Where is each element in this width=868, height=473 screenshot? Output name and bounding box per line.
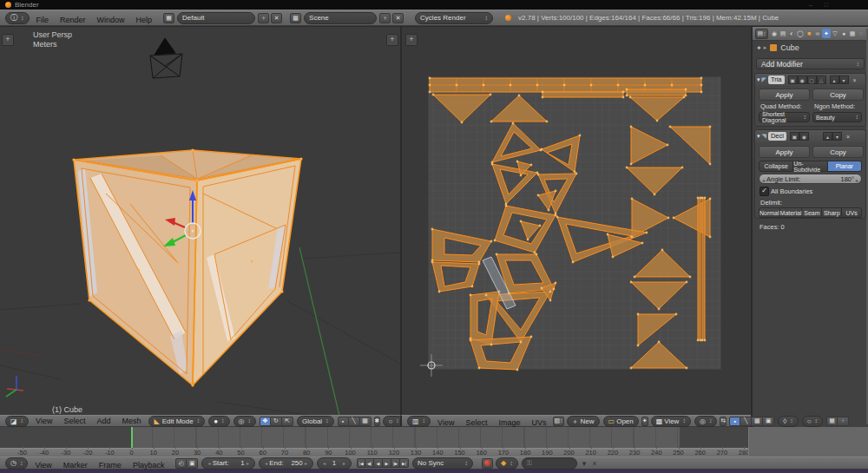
uv-vertex-select-icon[interactable]: ▪	[729, 417, 740, 426]
expand-icon[interactable]: ▾	[757, 133, 760, 140]
current-frame-marker[interactable]	[131, 427, 133, 448]
scene-browse-icon[interactable]: ▩	[290, 13, 301, 23]
add-modifier-dropdown[interactable]: Add Modifier↕	[756, 58, 865, 69]
menu-image[interactable]: Image	[498, 418, 520, 427]
end-frame-field[interactable]: ◂ End:250 ▸	[259, 457, 313, 470]
delete-modifier-icon[interactable]: ×	[846, 134, 850, 140]
editor-type-timeline-button[interactable]: ◷↕	[5, 457, 28, 470]
edit-mode-visibility-icon[interactable]: ▢	[807, 76, 817, 84]
menu-add[interactable]: Add	[96, 417, 110, 425]
quad-method-select[interactable]: Shortest Diagonal↕	[759, 112, 810, 122]
cage-icon[interactable]: △	[817, 76, 826, 84]
menu-render[interactable]: Render	[60, 16, 86, 24]
uv-proportional-select[interactable]: ○↕	[802, 416, 823, 427]
current-frame-field[interactable]: ◂1▸	[317, 457, 352, 470]
object-data-tab-icon[interactable]: ▽	[831, 29, 839, 38]
menu-marker[interactable]: Marker	[63, 461, 88, 470]
copy-button[interactable]: Copy	[812, 146, 864, 158]
move-modifier-up-button[interactable]: ▴	[823, 132, 832, 141]
segment-button-sharp[interactable]: Sharp	[822, 207, 842, 218]
uv-sticky-select[interactable]: ◊↕	[778, 416, 798, 427]
use-preview-range-icon[interactable]: ◴	[175, 458, 187, 469]
start-frame-field[interactable]: ◂ Start:1 ▸	[201, 457, 255, 470]
new-image-button[interactable]: ＋New	[567, 416, 600, 427]
menu-select[interactable]: Select	[63, 417, 85, 425]
scene-field[interactable]: Scene	[304, 12, 377, 24]
vertex-select-mode-icon[interactable]: ▪	[338, 417, 349, 426]
transform-orientation-select[interactable]: Global↕	[297, 416, 334, 427]
uv-face-select-icon[interactable]: ▩	[752, 417, 763, 426]
uv-sync-selection-icon[interactable]: ⇆	[720, 417, 727, 426]
timeline-canvas[interactable]: -50-40-30-20-100102030405060708090100110…	[0, 427, 748, 457]
menu-view[interactable]: View	[35, 461, 51, 470]
prev-keyframe-button[interactable]: ◀|	[365, 458, 374, 468]
modifiers-tab-icon[interactable]: ✦	[822, 29, 831, 38]
uv-toolshelf-expand-icon[interactable]: +	[405, 34, 418, 46]
properties-shelf-expand-icon[interactable]: +	[386, 34, 398, 46]
modifier-name-field[interactable]: Tria	[768, 76, 785, 84]
texture-tab-icon[interactable]: ▦	[848, 29, 857, 38]
viewport-visibility-icon[interactable]: ◉	[798, 76, 807, 84]
copy-button[interactable]: Copy	[812, 89, 864, 101]
face-select-mode-icon[interactable]: ▩	[360, 417, 372, 426]
move-modifier-up-button[interactable]: ▴	[830, 76, 839, 84]
screen-layout-field[interactable]: Default	[177, 12, 255, 24]
render-layers-tab-icon[interactable]: ▤	[779, 29, 787, 38]
ngon-method-select[interactable]: Beauty↕	[812, 112, 862, 122]
segment-button-collapse[interactable]: Collapse	[759, 161, 793, 172]
menu-frame[interactable]: Frame	[99, 461, 122, 470]
uv-edge-select-icon[interactable]: ╲	[740, 417, 752, 426]
editor-type-info-button[interactable]: ⓘ↕	[5, 12, 30, 24]
decimate-header[interactable]: ▾ ◥ Deci ▣ ◉ ▴ ▾ ×	[755, 130, 865, 142]
viewport-shading-select[interactable]: ●↕	[208, 416, 229, 427]
object-tab-icon[interactable]: ■	[805, 29, 813, 38]
image-browse-icon[interactable]: ▧↕	[553, 417, 563, 426]
render-engine-select[interactable]: Cycles Render↕	[415, 12, 493, 24]
delete-layout-button[interactable]: ✕	[271, 13, 282, 23]
menu-view[interactable]: View	[36, 417, 52, 425]
menu-file[interactable]: File	[36, 16, 49, 24]
active-keying-set-field[interactable]: ⚿	[522, 457, 577, 470]
uv-pivot-select[interactable]: ◎↕	[694, 416, 717, 427]
rotate-manipulator-icon[interactable]: ↻	[271, 417, 282, 426]
add-scene-button[interactable]: ＋	[379, 13, 391, 23]
angle-limit-slider[interactable]: ◂ Angle Limit: 180° ▸	[759, 174, 862, 184]
segment-button-normal[interactable]: Normal	[759, 207, 780, 218]
uv-island-select-icon[interactable]: ▣	[763, 417, 774, 426]
viewport-visibility-icon[interactable]: ◉	[799, 132, 809, 141]
editor-type-properties-button[interactable]: ▤↕	[755, 29, 768, 39]
menu-view[interactable]: View	[437, 418, 454, 427]
editor-type-3d-button[interactable]: ◪↕	[5, 416, 29, 427]
jump-to-start-button[interactable]: |◀	[357, 458, 365, 468]
jump-to-end-button[interactable]: ▶|	[400, 458, 409, 468]
play-button[interactable]: ▶	[383, 458, 391, 468]
auto-keyframe-record-button[interactable]	[482, 458, 493, 469]
translate-manipulator-icon[interactable]: ✥	[260, 417, 271, 426]
render-visibility-icon[interactable]: ▣	[788, 76, 798, 84]
screen-layout-browse-icon[interactable]: ▦	[163, 13, 174, 23]
next-keyframe-button[interactable]: |▶	[391, 458, 400, 468]
apply-button[interactable]: Apply	[759, 146, 810, 158]
uv-snap-element-icon[interactable]: ＋	[838, 417, 849, 426]
modifier-name-field[interactable]: Deci	[768, 132, 786, 141]
lock-frame-range-icon[interactable]: ▣	[187, 458, 198, 469]
segment-button-planar[interactable]: Planar	[828, 161, 862, 172]
menu-help[interactable]: Help	[136, 16, 153, 24]
all-boundaries-checkbox[interactable]: ✓	[760, 187, 769, 196]
play-reverse-button[interactable]: ◀	[374, 458, 383, 468]
constraints-tab-icon[interactable]: ∞	[813, 29, 822, 38]
menu-window[interactable]: Window	[97, 16, 125, 24]
physics-tab-icon[interactable]: ◌	[857, 29, 865, 38]
world-tab-icon[interactable]: ◯	[796, 29, 805, 38]
pin-icon[interactable]: ✦	[756, 44, 762, 52]
render-tab-icon[interactable]: ◉	[770, 29, 779, 38]
pivot-point-select[interactable]: ◎↕	[233, 416, 256, 427]
sync-mode-select[interactable]: No Sync↕	[412, 457, 473, 470]
image-pin-icon[interactable]: ✦	[641, 417, 648, 426]
editor-type-uv-button[interactable]: ▥↕	[407, 416, 431, 427]
menu-playback[interactable]: Playback	[133, 461, 165, 470]
insert-keyframe-icon[interactable]: ▾	[582, 459, 587, 468]
scene-tab-icon[interactable]: ◐	[787, 29, 796, 38]
edge-select-mode-icon[interactable]: ╲	[349, 417, 360, 426]
mode-select[interactable]: ◣Edit Mode↕	[148, 416, 205, 427]
